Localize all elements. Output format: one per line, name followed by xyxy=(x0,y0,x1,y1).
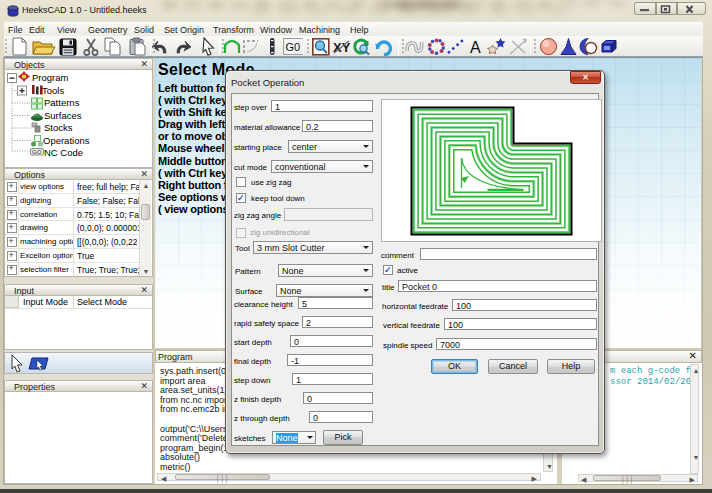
svg-text:Stocks: Stocks xyxy=(44,122,73,133)
svg-text:NC Code: NC Code xyxy=(44,147,83,158)
svg-text:G0: G0 xyxy=(286,41,301,53)
svg-text:Surfaces: Surfaces xyxy=(44,110,82,121)
svg-text:GO: GO xyxy=(32,149,42,155)
svg-text:A: A xyxy=(470,39,481,56)
svg-text:Program: Program xyxy=(32,72,69,83)
svg-text:Tools: Tools xyxy=(42,85,64,96)
svg-text:Patterns: Patterns xyxy=(44,97,80,108)
svg-text:Operations: Operations xyxy=(43,135,90,146)
